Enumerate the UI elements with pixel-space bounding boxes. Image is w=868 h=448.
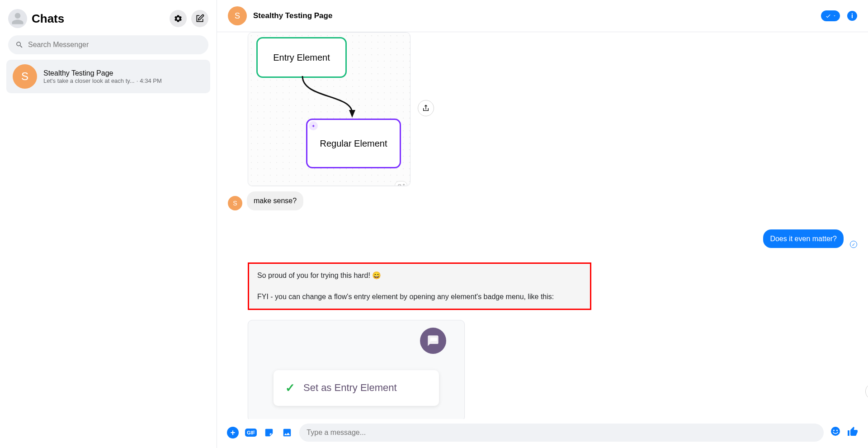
- conversation-time: 4:34 PM: [140, 77, 161, 84]
- badge-menu-label: Set as Entry Element: [303, 382, 397, 394]
- highlighted-line-2: FYI - you can change a flow's entry elem…: [257, 291, 582, 302]
- message-incoming: S make sense?: [228, 191, 857, 210]
- emoji-button[interactable]: [830, 426, 841, 439]
- highlighted-line-1: So proud of you for trying this hard! 😄: [257, 270, 582, 281]
- svg-point-1: [833, 430, 835, 431]
- header-title[interactable]: Stealthy Testing Page: [253, 11, 815, 20]
- share-button[interactable]: [865, 383, 868, 400]
- search-input[interactable]: [28, 41, 201, 49]
- search-icon: [15, 41, 24, 49]
- sidebar-title: Chats: [32, 12, 165, 26]
- header-avatar[interactable]: S: [228, 6, 247, 25]
- message-input[interactable]: [299, 424, 824, 442]
- conversation-list: S Stealthy Testing Page Let's take a clo…: [0, 59, 217, 448]
- badge-menu-item: ✓ Set as Entry Element: [274, 370, 439, 406]
- conversation-avatar: S: [13, 64, 37, 89]
- share-button[interactable]: [418, 100, 434, 116]
- diagram-badge-icon: ✦: [309, 121, 318, 130]
- conversation-name: Stealthy Testing Page: [43, 69, 204, 77]
- user-avatar[interactable]: [8, 9, 27, 28]
- svg-point-0: [831, 427, 840, 436]
- message-list: Entry Element Regular Element ✦ ☺⁺ S mak…: [217, 32, 868, 419]
- compose-button[interactable]: [191, 10, 208, 27]
- diagram-regular-box: Regular Element: [306, 119, 401, 168]
- gif-button[interactable]: GIF: [245, 429, 257, 437]
- check-icon: ✓: [285, 381, 295, 395]
- message-outgoing: Does it even matter? ✓: [228, 229, 857, 248]
- photo-button[interactable]: [281, 427, 293, 438]
- reaction-add-icon[interactable]: ☺⁺: [395, 181, 407, 186]
- svg-point-2: [836, 430, 838, 431]
- conversation-snippet: Let's take a closer look at each ty...: [43, 77, 135, 84]
- highlighted-message: So proud of you for trying this hard! 😄 …: [248, 262, 591, 310]
- attachment-flow-diagram[interactable]: Entry Element Regular Element ✦ ☺⁺: [248, 32, 410, 186]
- message-avatar: S: [228, 196, 242, 210]
- settings-button[interactable]: [170, 10, 187, 27]
- info-button[interactable]: i: [847, 11, 857, 21]
- add-button[interactable]: +: [227, 427, 239, 438]
- message-bubble[interactable]: make sense?: [247, 191, 303, 210]
- conversation-header: S Stealthy Testing Page i: [217, 0, 868, 32]
- attachment-badge-menu[interactable]: ✓ Set as Entry Element: [248, 320, 465, 419]
- sticker-button[interactable]: [263, 427, 275, 438]
- main-panel: S Stealthy Testing Page i Entry Element: [217, 0, 868, 448]
- delivered-icon: ✓: [850, 241, 857, 248]
- diagram-entry-box: Entry Element: [256, 37, 347, 78]
- chat-bubble-icon: [420, 328, 446, 354]
- message-bubble[interactable]: Does it even matter?: [763, 229, 844, 248]
- sidebar: Chats S Stealthy Testing Page Let's t: [0, 0, 217, 448]
- like-button[interactable]: [847, 426, 858, 439]
- search-box[interactable]: [8, 35, 208, 54]
- conversation-item[interactable]: S Stealthy Testing Page Let's take a clo…: [6, 60, 210, 93]
- sidebar-header: Chats: [0, 0, 217, 33]
- done-badge[interactable]: [821, 10, 840, 21]
- composer: + GIF: [217, 419, 868, 448]
- diagram-arrow: [298, 76, 370, 121]
